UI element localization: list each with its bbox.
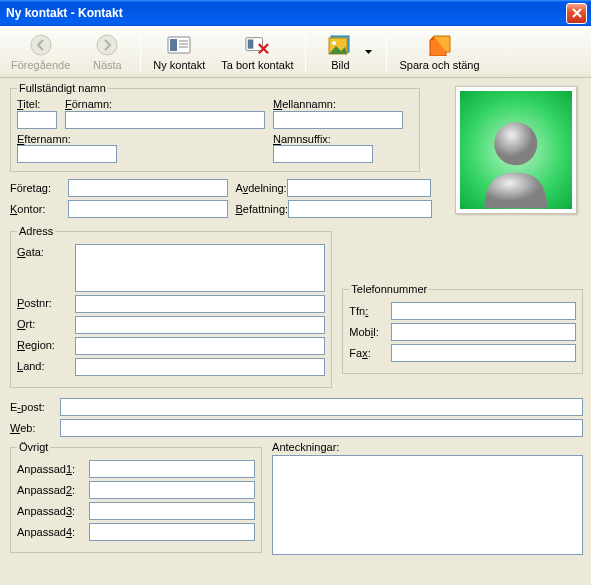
- prev-button: Föregående: [4, 28, 77, 76]
- zip-field[interactable]: [75, 295, 325, 313]
- chevron-down-icon: [365, 50, 372, 54]
- custom4-field[interactable]: [89, 523, 255, 541]
- lastname-field[interactable]: [17, 145, 117, 163]
- suffix-field[interactable]: [273, 145, 373, 163]
- position-field[interactable]: [288, 200, 432, 218]
- fax-field[interactable]: [391, 344, 576, 362]
- misc-group: Övrigt Anpassad1: Anpassad2: Anpassad3: …: [10, 441, 262, 553]
- country-field[interactable]: [75, 358, 325, 376]
- web-field[interactable]: [60, 419, 583, 437]
- arrow-left-icon: [29, 33, 53, 57]
- department-label: Avdelning:: [236, 182, 287, 194]
- notes-field[interactable]: [272, 455, 583, 555]
- city-label: Ort:: [17, 316, 75, 330]
- firstname-label: Förnamn:: [65, 98, 265, 110]
- email-field[interactable]: [60, 398, 583, 416]
- middlename-label: Mellannamn:: [273, 98, 403, 110]
- position-label: Befattning:: [236, 203, 289, 215]
- region-field[interactable]: [75, 337, 325, 355]
- close-button[interactable]: [566, 3, 587, 24]
- contact-photo[interactable]: [455, 86, 577, 214]
- image-dropdown[interactable]: [362, 31, 374, 73]
- mobile-label: Mobil:: [349, 326, 391, 338]
- custom2-field[interactable]: [89, 481, 255, 499]
- firstname-field[interactable]: [65, 111, 265, 129]
- fax-label: Fax:: [349, 347, 391, 359]
- custom3-field[interactable]: [89, 502, 255, 520]
- person-placeholder-icon: [471, 109, 561, 209]
- country-label: Land:: [17, 358, 75, 372]
- mobile-field[interactable]: [391, 323, 576, 341]
- region-label: Region:: [17, 337, 75, 351]
- svg-point-1: [97, 35, 117, 55]
- delete-contact-button[interactable]: Ta bort kontakt: [214, 28, 300, 76]
- svg-point-12: [494, 122, 537, 165]
- new-contact-button[interactable]: Ny kontakt: [146, 28, 212, 76]
- notes-label: Anteckningar:: [272, 441, 583, 453]
- custom4-label: Anpassad4:: [17, 526, 89, 538]
- contact-card-icon: [167, 33, 191, 57]
- office-field[interactable]: [68, 200, 228, 218]
- custom3-label: Anpassad3:: [17, 505, 89, 517]
- zip-label: Postnr:: [17, 295, 75, 309]
- web-label: Web:: [10, 422, 60, 434]
- title-label: Titel:: [17, 98, 57, 110]
- city-field[interactable]: [75, 316, 325, 334]
- street-field[interactable]: [75, 244, 325, 292]
- svg-rect-3: [170, 39, 177, 51]
- company-field[interactable]: [68, 179, 228, 197]
- next-button: Nästa: [79, 28, 135, 76]
- phone-label: Tfn:: [349, 305, 391, 317]
- custom1-field[interactable]: [89, 460, 255, 478]
- office-label: Kontor:: [10, 203, 68, 215]
- svg-rect-8: [248, 39, 254, 48]
- image-button[interactable]: Bild: [311, 28, 381, 76]
- phone-group: Telefonnummer Tfn: Mobil: Fax:: [342, 283, 583, 374]
- toolbar: Föregående Nästa Ny kontakt Ta bort kont…: [0, 26, 591, 78]
- arrow-right-icon: [95, 33, 119, 57]
- save-close-icon: [428, 33, 452, 57]
- fullname-group: Fullständigt namn Titel: Förnamn: Mellan…: [10, 82, 420, 172]
- address-group: Adress Gata: Postnr: Ort: Region: Land:: [10, 225, 332, 388]
- save-close-button[interactable]: Spara och stäng: [392, 28, 486, 76]
- window-title: Ny kontakt - Kontakt: [6, 6, 566, 20]
- phone-field[interactable]: [391, 302, 576, 320]
- department-field[interactable]: [287, 179, 431, 197]
- email-label: E-post:: [10, 401, 60, 413]
- custom1-label: Anpassad1:: [17, 463, 89, 475]
- street-label: Gata:: [17, 244, 75, 258]
- picture-icon: [328, 33, 352, 57]
- close-icon: [572, 8, 582, 18]
- title-field[interactable]: [17, 111, 57, 129]
- contact-delete-icon: [245, 33, 269, 57]
- custom2-label: Anpassad2:: [17, 484, 89, 496]
- company-label: Företag:: [10, 182, 68, 194]
- svg-point-11: [332, 41, 336, 45]
- svg-point-0: [31, 35, 51, 55]
- suffix-label: Namnsuffix:: [273, 133, 331, 145]
- lastname-label: Efternamn:: [17, 133, 71, 145]
- middlename-field[interactable]: [273, 111, 403, 129]
- titlebar: Ny kontakt - Kontakt: [0, 0, 591, 26]
